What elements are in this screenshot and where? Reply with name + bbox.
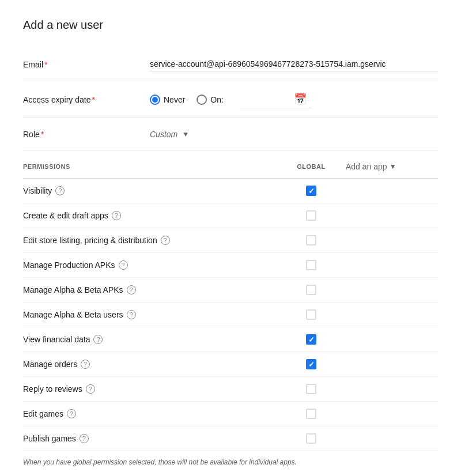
perm-checkbox-col-manage-alpha-beta-apks [277, 285, 346, 295]
permissions-rows: Visibility ? Create & edit draft apps ? … [23, 179, 438, 451]
date-input[interactable] [244, 95, 290, 104]
checkbox-manage-alpha-beta-users[interactable] [306, 309, 316, 320]
calendar-icon[interactable]: 📅 [294, 93, 307, 105]
email-required: * [44, 60, 47, 69]
access-expiry-row: Access expiry date* Never On: 📅 [23, 81, 438, 118]
table-row: Manage Production APKs ? [23, 253, 438, 278]
radio-on-label: On: [210, 95, 224, 104]
role-dropdown-icon: ▼ [182, 130, 189, 138]
perm-name-manage-production: Manage Production APKs ? [23, 260, 277, 270]
perm-label: Edit games [23, 409, 63, 418]
help-icon-edit-store-listing[interactable]: ? [161, 236, 170, 245]
radio-never[interactable]: Never [150, 95, 185, 105]
perm-checkbox-col-view-financial [277, 334, 346, 345]
perm-label: Manage Alpha & Beta users [23, 310, 123, 319]
table-row: Manage orders ? [23, 352, 438, 377]
email-row: Email* [23, 48, 438, 81]
email-value [150, 57, 438, 71]
permissions-header: PERMISSIONS GLOBAL Add an app ▼ [23, 155, 438, 179]
checkbox-manage-orders[interactable] [306, 359, 316, 369]
help-icon-manage-production[interactable]: ? [119, 260, 128, 270]
perm-label: Visibility [23, 186, 52, 195]
access-expiry-required: * [92, 95, 95, 104]
action-bar: CANCEL ADD USER [23, 473, 438, 476]
checkbox-create-edit-draft[interactable] [306, 210, 316, 221]
perm-name-manage-alpha-beta-apks: Manage Alpha & Beta APKs ? [23, 285, 277, 294]
role-value: Custom ▼ [150, 130, 438, 139]
permissions-section: PERMISSIONS GLOBAL Add an app ▼ Visibili… [23, 155, 438, 473]
help-icon-edit-games[interactable]: ? [67, 409, 76, 418]
perm-name-edit-games: Edit games ? [23, 409, 277, 418]
perm-name-create-edit-draft: Create & edit draft apps ? [23, 211, 277, 220]
perm-name-publish-games: Publish games ? [23, 434, 277, 443]
radio-on-circle[interactable] [197, 95, 207, 105]
access-expiry-label: Access expiry date* [23, 95, 150, 104]
checkbox-publish-games[interactable] [306, 433, 316, 444]
checkbox-reply-reviews[interactable] [306, 384, 316, 394]
checkbox-view-financial[interactable] [306, 334, 316, 345]
table-row: Edit store listing, pricing & distributi… [23, 228, 438, 253]
table-row: Reply to reviews ? [23, 377, 438, 402]
role-select[interactable]: Custom ▼ [150, 130, 265, 139]
table-row: Manage Alpha & Beta APKs ? [23, 278, 438, 303]
perm-name-edit-store-listing: Edit store listing, pricing & distributi… [23, 236, 277, 245]
help-icon-reply-reviews[interactable]: ? [86, 384, 95, 394]
checkbox-edit-games[interactable] [306, 409, 316, 419]
help-icon-visibility[interactable]: ? [55, 186, 65, 195]
role-row: Role* Custom ▼ [23, 118, 438, 150]
page-title: Add a new user [23, 18, 438, 32]
perm-label: Reply to reviews [23, 384, 82, 394]
col-add-app[interactable]: Add an app ▼ [346, 162, 438, 171]
add-app-label: Add an app [346, 162, 387, 171]
table-row: Create & edit draft apps ? [23, 203, 438, 228]
help-icon-create-edit-draft[interactable]: ? [112, 211, 121, 220]
help-icon-manage-alpha-beta-users[interactable]: ? [127, 310, 136, 319]
perm-checkbox-col-create-edit-draft [277, 210, 346, 221]
access-expiry-value: Never On: 📅 [150, 90, 438, 108]
checkbox-edit-store-listing[interactable] [306, 235, 316, 245]
perm-checkbox-col-manage-production [277, 260, 346, 270]
checkbox-manage-alpha-beta-apks[interactable] [306, 285, 316, 295]
perm-label: Manage Production APKs [23, 260, 115, 270]
help-icon-publish-games[interactable]: ? [80, 434, 89, 443]
perm-name-view-financial: View financial data ? [23, 335, 277, 344]
role-select-text: Custom [150, 130, 177, 139]
perm-label: Manage orders [23, 360, 77, 369]
perm-checkbox-col-manage-alpha-beta-users [277, 309, 346, 320]
perm-name-manage-orders: Manage orders ? [23, 360, 277, 369]
table-row: View financial data ? [23, 327, 438, 352]
radio-never-label: Never [164, 95, 185, 104]
email-input[interactable] [150, 57, 438, 71]
perm-checkbox-col-edit-games [277, 409, 346, 419]
radio-never-circle[interactable] [150, 95, 160, 105]
help-icon-manage-alpha-beta-apks[interactable]: ? [127, 285, 136, 294]
perm-label: Publish games [23, 434, 76, 443]
date-input-wrapper: 📅 [240, 90, 311, 108]
radio-group: Never On: 📅 [150, 90, 311, 108]
add-app-dropdown-icon: ▼ [390, 163, 396, 171]
perm-name-manage-alpha-beta-users: Manage Alpha & Beta users ? [23, 310, 277, 319]
perm-label: View financial data [23, 335, 90, 344]
perm-checkbox-col-manage-orders [277, 359, 346, 369]
permissions-footer: When you have global permission selected… [23, 451, 438, 473]
perm-label: Edit store listing, pricing & distributi… [23, 236, 157, 245]
help-icon-manage-orders[interactable]: ? [81, 360, 90, 369]
col-global-label: GLOBAL [277, 163, 346, 170]
table-row: Edit games ? [23, 402, 438, 426]
table-row: Publish games ? [23, 426, 438, 451]
checkbox-visibility[interactable] [306, 186, 316, 196]
perm-checkbox-col-visibility [277, 186, 346, 196]
perm-checkbox-col-publish-games [277, 433, 346, 444]
radio-on[interactable]: On: [197, 95, 224, 105]
perm-checkbox-col-edit-store-listing [277, 235, 346, 245]
perm-name-reply-reviews: Reply to reviews ? [23, 384, 277, 394]
page-container: Add a new user Email* Access expiry date… [0, 0, 461, 476]
table-row: Visibility ? [23, 179, 438, 203]
perm-label: Create & edit draft apps [23, 211, 108, 220]
perm-label: Manage Alpha & Beta APKs [23, 285, 123, 294]
help-icon-view-financial[interactable]: ? [93, 335, 103, 344]
col-permissions-label: PERMISSIONS [23, 163, 277, 170]
role-label: Role* [23, 130, 150, 139]
checkbox-manage-production[interactable] [306, 260, 316, 270]
perm-checkbox-col-reply-reviews [277, 384, 346, 394]
